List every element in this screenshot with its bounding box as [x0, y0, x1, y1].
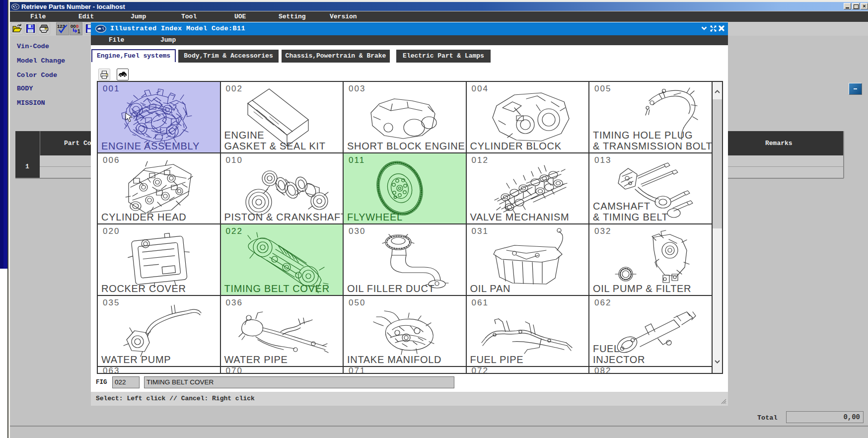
svg-text:0: 0 [76, 23, 78, 29]
svg-text:00: 00 [71, 23, 76, 29]
svg-text:1: 1 [77, 29, 80, 34]
